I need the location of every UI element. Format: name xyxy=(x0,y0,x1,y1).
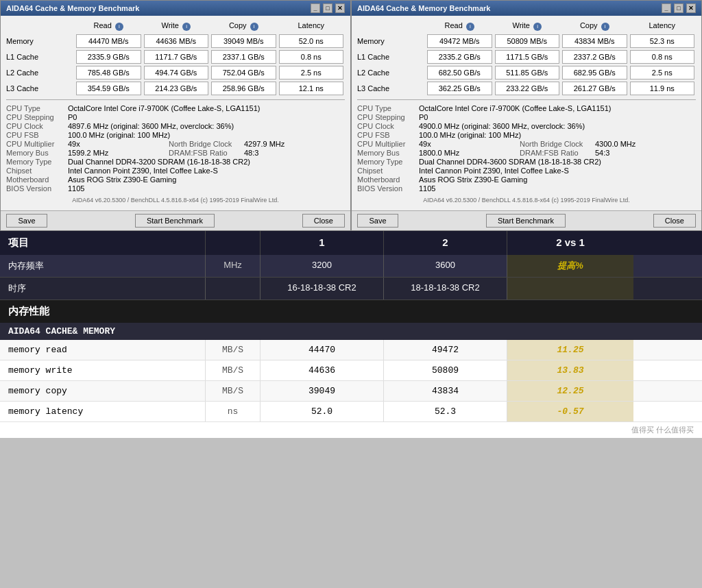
memory-perf-header: 内存性能 xyxy=(0,300,702,323)
right-memory-type-label: Memory Type xyxy=(357,158,419,166)
left-title: AIDA64 Cache & Memory Benchmark xyxy=(6,4,139,12)
left-benchmark-window: AIDA64 Cache & Memory Benchmark _ □ ✕ Re… xyxy=(0,0,351,231)
timing-row: 时序 16-18-18-38 CR2 18-18-18-38 CR2 xyxy=(0,278,702,300)
right-cpu-stepping-val: P0 xyxy=(419,113,696,121)
left-save-button[interactable]: Save xyxy=(6,214,47,228)
right-l3-copy-val: 261.27 GB/s xyxy=(562,82,627,95)
l2-label: L2 Cache xyxy=(6,69,75,77)
right-bench-column-header: Read i Write i Copy i Latency xyxy=(357,20,696,32)
left-info-section: CPU Type OctalCore Intel Core i7-9700K (… xyxy=(6,104,345,193)
comp-header-col0: 项目 xyxy=(0,231,206,255)
right-cpu-multi-val: 49x xyxy=(419,140,520,148)
comp-header-col1: 1 xyxy=(261,231,384,255)
write-info-icon[interactable]: i xyxy=(182,23,191,31)
titlebar-controls: _ □ ✕ xyxy=(311,3,345,13)
cpu-type-label: CPU Type xyxy=(6,104,68,112)
right-cpu-fsb-row: CPU FSB 100.0 MHz (original: 100 MHz) xyxy=(357,131,696,139)
left-window-buttons: Save Start Benchmark Close xyxy=(1,210,350,230)
l2-read-val: 785.48 GB/s xyxy=(76,66,141,79)
left-close-button[interactable]: Close xyxy=(302,214,345,228)
memory-bus-row: Memory Bus 1599.2 MHz DRAM:FSB Ratio 48:… xyxy=(6,149,345,157)
cpu-clock-label: CPU Clock xyxy=(6,122,68,130)
right-chipset-val: Intel Cannon Point Z390, Intel Coffee La… xyxy=(419,167,696,175)
right-cpu-type-row: CPU Type OctalCore Intel Core i7-9700K (… xyxy=(357,104,696,112)
bench-column-header: Read i Write i Copy i Latency xyxy=(6,20,345,32)
right-dram-fsb-val: 54:3 xyxy=(595,149,696,157)
mem-write-val1: 44636 xyxy=(261,360,384,380)
left-start-benchmark-button[interactable]: Start Benchmark xyxy=(135,214,215,228)
cpu-multi-row: CPU Multiplier 49x North Bridge Clock 42… xyxy=(6,140,345,148)
right-chipset-label: Chipset xyxy=(357,167,419,175)
bios-val: 1105 xyxy=(68,184,345,193)
right-cpu-fsb-label: CPU FSB xyxy=(357,131,419,139)
read-info-icon[interactable]: i xyxy=(115,23,123,31)
right-maximize-button[interactable]: □ xyxy=(674,3,683,13)
cpu-multi-val: 49x xyxy=(68,140,169,148)
watermark-text: 值得买 什么值得买 xyxy=(631,425,694,435)
right-cpu-multi-row: CPU Multiplier 49x North Bridge Clock 43… xyxy=(357,140,696,148)
timing-unit xyxy=(206,278,261,299)
read-header: Read i xyxy=(75,21,143,31)
right-l2-label: L2 Cache xyxy=(357,69,426,77)
copy-info-icon[interactable]: i xyxy=(250,23,258,31)
right-start-benchmark-button[interactable]: Start Benchmark xyxy=(486,214,566,228)
l3-write-val: 214.23 GB/s xyxy=(144,82,209,95)
right-close-x-button[interactable]: ✕ xyxy=(686,3,696,13)
comp-header-col3: 2 vs 1 xyxy=(507,231,633,255)
maximize-button[interactable]: □ xyxy=(323,3,332,13)
right-memory-read-val: 49472 MB/s xyxy=(427,34,492,48)
memory-bus-val: 1599.2 MHz xyxy=(68,149,169,157)
close-x-button[interactable]: ✕ xyxy=(335,3,345,13)
cpu-fsb-label: CPU FSB xyxy=(6,131,68,139)
right-window-buttons: Save Start Benchmark Close xyxy=(352,210,701,230)
mem-copy-row: memory copy MB/S 39049 43834 12.25 xyxy=(0,381,702,402)
comp-header-col2: 2 xyxy=(384,231,507,255)
right-l3-label: L3 Cache xyxy=(357,84,426,93)
mem-freq-pct: 提高% xyxy=(507,255,633,277)
timing-label-cell: 时序 xyxy=(0,278,206,299)
right-read-info-icon[interactable]: i xyxy=(466,23,474,31)
right-memory-bus-val: 1800.0 MHz xyxy=(419,149,520,157)
chipset-val: Intel Cannon Point Z390, Intel Coffee La… xyxy=(68,167,345,175)
l1-read-val: 2335.9 GB/s xyxy=(76,50,141,64)
right-memory-type-val: Dual Channel DDR4-3600 SDRAM (18-18-18-3… xyxy=(419,158,696,166)
mem-copy-label: memory copy xyxy=(0,381,206,401)
right-read-header: Read i xyxy=(426,21,494,31)
right-minimize-button[interactable]: _ xyxy=(662,3,671,13)
right-write-info-icon[interactable]: i xyxy=(533,23,542,31)
right-chipset-row: Chipset Intel Cannon Point Z390, Intel C… xyxy=(357,167,696,175)
dram-fsb-val: 48:3 xyxy=(244,149,345,157)
mem-freq-label: 内存频率 xyxy=(8,260,44,271)
aida64-subheader: AIDA64 CACHE& MEMORY xyxy=(0,323,702,340)
mem-freq-label-cell: 内存频率 xyxy=(0,255,206,277)
right-l3-row: L3 Cache 362.25 GB/s 233.22 GB/s 261.27 … xyxy=(357,82,696,95)
right-l2-latency-val: 2.5 ns xyxy=(630,66,695,79)
right-l1-row: L1 Cache 2335.2 GB/s 1171.5 GB/s 2337.2 … xyxy=(357,50,696,64)
memory-type-label: Memory Type xyxy=(6,158,68,166)
right-copy-info-icon[interactable]: i xyxy=(601,23,609,31)
right-save-button[interactable]: Save xyxy=(357,214,398,228)
right-dram-fsb-label: DRAM:FSB Ratio xyxy=(520,149,595,157)
nb-clock-label: North Bridge Clock xyxy=(169,140,244,148)
right-benchmark-window: AIDA64 Cache & Memory Benchmark _ □ ✕ Re… xyxy=(351,0,702,231)
left-footer: AIDA64 v6.20.5300 / BenchDLL 4.5.816.8-x… xyxy=(6,197,345,204)
mem-freq-unit: MHz xyxy=(206,255,261,277)
right-cpu-clock-row: CPU Clock 4900.0 MHz (original: 3600 MHz… xyxy=(357,122,696,130)
right-close-button[interactable]: Close xyxy=(653,214,696,228)
mem-copy-val1: 39049 xyxy=(261,381,384,401)
cpu-type-val: OctalCore Intel Core i7-9700K (Coffee La… xyxy=(68,104,345,112)
right-titlebar: AIDA64 Cache & Memory Benchmark _ □ ✕ xyxy=(352,1,701,16)
mem-read-label: memory read xyxy=(0,340,206,360)
right-l2-write-val: 511.85 GB/s xyxy=(495,66,560,79)
memory-copy-val: 39049 MB/s xyxy=(211,34,276,48)
comp-header-col-empty xyxy=(206,231,261,255)
right-l1-label: L1 Cache xyxy=(357,53,426,61)
cpu-fsb-row: CPU FSB 100.0 MHz (original: 100 MHz) xyxy=(6,131,345,139)
right-cpu-multi-label: CPU Multiplier xyxy=(357,140,419,148)
l3-copy-val: 258.96 GB/s xyxy=(211,82,276,95)
memory-freq-row: 内存频率 MHz 3200 3600 提高% xyxy=(0,255,702,278)
l1-label: L1 Cache xyxy=(6,53,75,61)
l1-latency-val: 0.8 ns xyxy=(279,50,344,64)
cpu-stepping-label: CPU Stepping xyxy=(6,113,68,121)
minimize-button[interactable]: _ xyxy=(311,3,320,13)
